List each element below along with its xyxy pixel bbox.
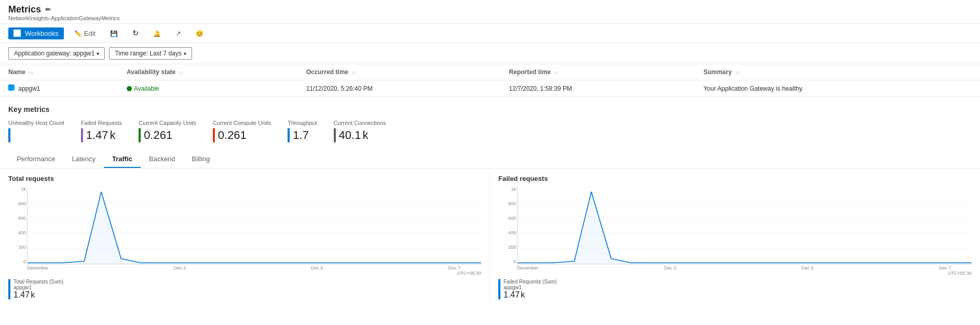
legend-label: Total Requests (Sum): [13, 279, 63, 285]
title-text: Metrics: [8, 4, 41, 15]
cell-reported: 12/7/2020, 1:58:39 PM: [501, 80, 696, 97]
y-label: 600: [498, 216, 516, 221]
timerange-filter[interactable]: Time range: Last 7 days ▾: [109, 47, 192, 60]
metric-value-row: 40.1 k: [334, 128, 386, 143]
gateway-filter-label: Application gateway: appgw1: [14, 50, 94, 57]
total-requests-title: Total requests: [8, 175, 481, 182]
filters-bar: Application gateway: appgw1 ▾ Time range…: [0, 43, 980, 64]
col-occurred: Occurred time ↑↓: [298, 64, 501, 80]
metric-value-row: 1.47 k: [81, 128, 122, 143]
breadcrumb: NetworkInsights-ApplicationGatewayMetric…: [8, 15, 972, 21]
legend-info: Failed Requests (Sum) appgw1 1.47 k: [503, 279, 556, 300]
key-metrics-section: Key metrics Unhealthy Host Count Failed …: [0, 97, 980, 147]
metric-value-row: 0.261: [139, 128, 196, 143]
charts-section: Total requests 1k 800 600 400 200 0: [0, 168, 980, 306]
metric-value: 0.261: [218, 129, 247, 142]
timezone-label: UTC+05:30: [517, 271, 972, 276]
metric-value: 1.7: [293, 129, 309, 142]
tab-performance[interactable]: Performance: [8, 151, 63, 168]
edit-button[interactable]: Edit: [70, 27, 100, 39]
metric-bar: [288, 128, 290, 143]
workbooks-icon: [13, 30, 21, 37]
x-label: Dec 7: [938, 265, 951, 271]
metric-value-row: [8, 128, 64, 143]
legend-info: Total Requests (Sum) appgw1 1.47 k: [13, 279, 63, 300]
metric-capacity-units: Current Capacity Units 0.261: [139, 120, 196, 143]
tab-latency[interactable]: Latency: [63, 151, 104, 168]
feedback-button[interactable]: [192, 27, 208, 39]
alert-icon: [153, 30, 161, 37]
chevron-down-icon: ▾: [97, 51, 99, 56]
y-label: 400: [498, 230, 516, 235]
metric-label: Current Connections: [334, 120, 386, 126]
tabs-row: Performance Latency Traffic Backend Bill…: [8, 151, 972, 168]
sort-icon[interactable]: ↑↓: [735, 70, 740, 75]
legend-value: 1.47 k: [13, 290, 63, 300]
cell-name: appgw1: [0, 80, 118, 97]
tabs-section: Performance Latency Traffic Backend Bill…: [0, 151, 980, 168]
toolbar: Workbooks Edit: [0, 24, 980, 43]
legend-bar: [498, 279, 500, 300]
y-label: 0: [8, 259, 26, 264]
metric-value: 1.47 k: [86, 129, 116, 142]
legend-bar: [8, 279, 10, 300]
chart-svg: [28, 187, 481, 264]
col-availability: Availability state ↑↓: [118, 64, 298, 80]
tab-backend[interactable]: Backend: [141, 151, 184, 168]
sort-icon[interactable]: ↑↓: [29, 70, 33, 75]
y-label: 800: [8, 201, 26, 206]
workbooks-button[interactable]: Workbooks: [8, 27, 64, 39]
legend-label: Failed Requests (Sum): [503, 279, 556, 285]
save-button[interactable]: [106, 27, 122, 39]
timerange-filter-label: Time range: Last 7 days: [115, 50, 181, 57]
health-table: Name ↑↓ Availability state ↑↓ Occurred t…: [0, 64, 980, 97]
x-label: December: [27, 265, 49, 271]
svg-marker-11: [518, 192, 972, 264]
metric-bar: [334, 128, 336, 143]
total-requests-panel: Total requests 1k 800 600 400 200 0: [0, 168, 490, 306]
alerts-button[interactable]: [149, 27, 165, 39]
y-label: 0: [498, 259, 516, 264]
metric-label: Current Compute Units: [213, 120, 271, 126]
feedback-icon: [196, 30, 203, 37]
y-label: 200: [498, 245, 516, 250]
svg-marker-5: [28, 192, 481, 264]
share-button[interactable]: [171, 27, 185, 39]
key-metrics-title: Key metrics: [8, 105, 972, 114]
metric-value: 0.261: [144, 129, 172, 142]
total-requests-chart: [27, 187, 481, 264]
metrics-row: Unhealthy Host Count Failed Requests 1.4…: [8, 120, 972, 143]
col-summary: Summary ↑↓: [695, 64, 980, 80]
cell-summary: Your Application Gateway is healthy.: [695, 80, 980, 97]
page-title: Metrics ✏: [8, 4, 972, 15]
col-name: Name ↑↓: [0, 64, 118, 80]
sort-icon[interactable]: ↑↓: [351, 70, 356, 75]
header: Metrics ✏ NetworkInsights-ApplicationGat…: [0, 0, 980, 24]
x-label: Dec 5: [801, 265, 814, 271]
failed-requests-panel: Failed requests 1k 800 600 400 200 0: [490, 168, 980, 306]
col-reported: Reported time ↑↓: [501, 64, 696, 80]
sort-icon[interactable]: ↑↓: [554, 70, 559, 75]
tab-billing[interactable]: Billing: [184, 151, 219, 168]
x-label: Dec 3: [664, 265, 676, 271]
chevron-down-icon: ▾: [184, 51, 186, 56]
tab-traffic[interactable]: Traffic: [104, 151, 141, 168]
gateway-filter[interactable]: Application gateway: appgw1 ▾: [8, 47, 105, 60]
metric-throughput: Throughput 1.7: [288, 120, 317, 143]
cell-availability: Available: [118, 80, 298, 97]
metric-value: 40.1 k: [339, 129, 369, 142]
available-dot: [127, 86, 132, 91]
sort-icon[interactable]: ↑↓: [179, 70, 184, 75]
edit-label: Edit: [84, 30, 96, 37]
edit-pencil-icon[interactable]: ✏: [45, 6, 51, 13]
chart-svg: [518, 187, 972, 264]
y-label: 1k: [8, 187, 26, 192]
failed-requests-chart: [517, 187, 972, 264]
refresh-button[interactable]: [128, 27, 143, 39]
x-label: Dec 3: [173, 265, 186, 271]
edit-icon: [74, 30, 82, 37]
chart-legend: Failed Requests (Sum) appgw1 1.47 k: [498, 279, 972, 300]
cell-occurred: 11/12/2020, 5:26:40 PM: [298, 80, 501, 97]
x-label: Dec 7: [448, 265, 460, 271]
metric-bar: [213, 128, 215, 143]
